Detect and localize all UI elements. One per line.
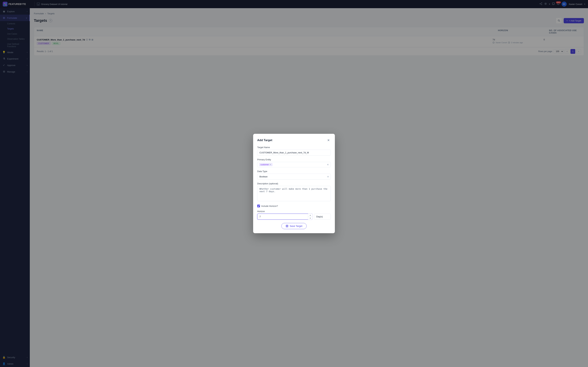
include-horizon-checkbox[interactable] (257, 205, 260, 207)
target-name-input[interactable] (257, 150, 331, 156)
include-horizon-row: Include Horizon? (257, 205, 331, 207)
save-icon (286, 225, 288, 227)
modal-footer: Save Target (257, 223, 331, 229)
data-type-label: Data Type (257, 170, 331, 173)
data-type-group: Data Type ✕ (257, 170, 331, 180)
customer-tag: customer ✕ (259, 163, 273, 166)
description-input[interactable]: Whether customer will make more than 1 p… (257, 186, 331, 201)
data-type-input[interactable] (257, 174, 331, 180)
horizon-decrement[interactable]: ▼ (308, 217, 312, 220)
add-target-modal: Add Target ✕ Target Name Primary Entity … (253, 134, 335, 233)
include-horizon-label[interactable]: Include Horizon? (261, 205, 278, 207)
save-button-label: Save Target (290, 225, 302, 227)
description-group: Description (optional) Whether customer … (257, 182, 331, 202)
target-name-label: Target Name (257, 146, 331, 149)
clear-data-type[interactable]: ✕ (327, 175, 329, 178)
primary-entity-group: Primary Entity customer ✕ ✕ (257, 158, 331, 167)
horizon-number-input[interactable] (257, 214, 312, 220)
modal-header: Add Target ✕ (257, 138, 331, 143)
description-label: Description (optional) (257, 182, 331, 185)
target-name-group: Target Name (257, 146, 331, 156)
modal-close-button[interactable]: ✕ (326, 138, 331, 143)
horizon-label: Horizon (257, 210, 331, 213)
remove-customer-tag[interactable]: ✕ (269, 163, 271, 166)
primary-entity-input[interactable]: customer ✕ ✕ (257, 162, 331, 167)
primary-entity-field: customer ✕ ✕ (257, 162, 331, 167)
horizon-unit-field: Day(s) Week(s) Month(s) Year(s) (314, 214, 331, 220)
save-target-button[interactable]: Save Target (282, 223, 306, 229)
horizon-stepper: ▲ ▼ (308, 214, 312, 220)
modal-overlay[interactable]: Add Target ✕ Target Name Primary Entity … (0, 0, 588, 367)
modal-title: Add Target (257, 139, 272, 142)
horizon-number-field: ▲ ▼ (257, 214, 312, 220)
horizon-unit-select[interactable]: Day(s) Week(s) Month(s) Year(s) (314, 214, 331, 220)
data-type-field: ✕ (257, 174, 331, 180)
clear-primary-entity[interactable]: ✕ (327, 163, 329, 166)
horizon-row: ▲ ▼ Day(s) Week(s) Month(s) Year(s) (257, 214, 331, 220)
horizon-increment[interactable]: ▲ (308, 214, 312, 217)
horizon-group: Horizon ▲ ▼ Day(s) Week(s) Month(s) Year… (257, 210, 331, 220)
primary-entity-label: Primary Entity (257, 158, 331, 161)
